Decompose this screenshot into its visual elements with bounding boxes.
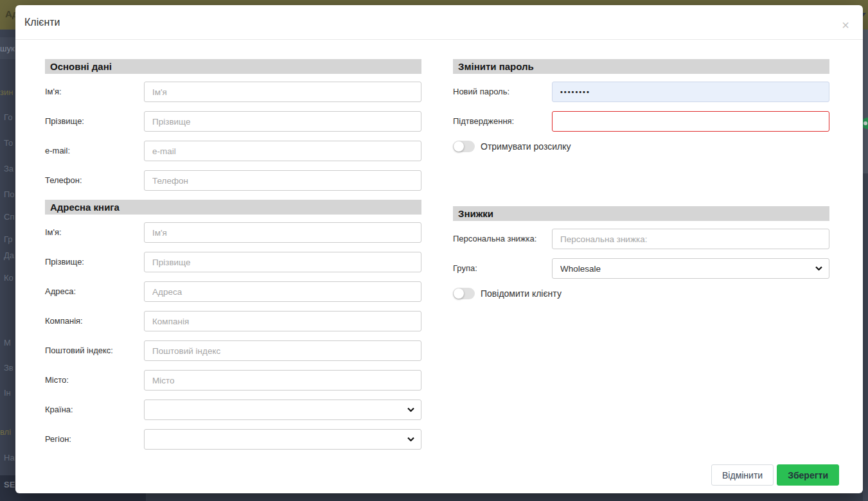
address-first-name-input[interactable] [144,222,421,243]
modal-footer: Відмінити Зберегти [711,464,839,486]
field-row: Новий пароль: [453,82,829,102]
field-row: Прізвище: [45,111,421,132]
first-name-input[interactable] [144,82,421,102]
newsletter-toggle-row: Отримувати розсилку [453,141,829,152]
field-label: Регіон: [45,434,144,444]
field-row: Підтвердження: [453,111,829,132]
sidebar-item-fragment: Ін [4,388,11,398]
modal-title: Клієнти [24,17,60,28]
field-row: Телефон: [45,170,421,191]
sidebar-item-fragment: Гр [4,234,13,244]
field-label: Адреса: [45,286,144,297]
field-row: Регіон: [45,429,421,450]
field-row: Персональна знижка: [453,229,829,249]
field-row: Компанія: [45,311,421,331]
phone-input[interactable] [144,170,421,191]
field-row: Прізвище: [45,252,421,272]
field-label: Підтвердження: [453,116,552,127]
sidebar-item-fragment: На [4,453,15,462]
notify-client-toggle[interactable] [453,288,475,299]
clients-modal: Клієнти × Основні дані Ім'я: Прізвище: e… [15,5,863,493]
field-label: Телефон: [45,175,144,186]
field-label: Новий пароль: [453,87,552,97]
background-right-panel-lower [863,173,868,501]
save-button[interactable]: Зберегти [777,464,839,486]
newsletter-toggle[interactable] [453,141,475,152]
section-header-basic: Основні дані [45,59,421,74]
sidebar-item-fragment: SE [4,480,15,489]
sidebar-item-fragment: Зв [4,363,13,373]
personal-discount-input[interactable] [552,229,829,249]
sidebar-item-fragment: Сп [4,212,14,222]
field-label: Ім'я: [45,227,144,238]
field-label: Персональна знижка: [453,234,552,244]
sidebar-item-fragment: шук [0,44,15,53]
field-row: Ім'я: [45,82,421,102]
section-header-discounts: Знижки [453,206,829,221]
address-last-name-input[interactable] [144,252,421,272]
password-confirmation-input[interactable] [552,111,829,132]
zip-input[interactable] [144,340,421,361]
close-icon[interactable]: × [842,19,849,31]
email-input[interactable] [144,141,421,161]
country-select[interactable] [144,400,421,420]
section-header-password: Змінити пароль [453,59,829,74]
section-header-address: Адресна книга [45,200,421,215]
field-row: Поштовий індекс: [45,340,421,361]
field-label: Прізвище: [45,257,144,267]
sidebar-item-fragment: Да [4,251,14,260]
region-select[interactable] [144,429,421,450]
field-label: Місто: [45,375,144,385]
field-label: Поштовий індекс: [45,346,144,356]
background-right-panel [863,30,868,173]
address-input[interactable] [144,281,421,302]
modal-body: Основні дані Ім'я: Прізвище: e-mail: Тел… [15,40,863,459]
notify-toggle-label: Повідомити клієнту [481,288,562,299]
sidebar-item-fragment: М [4,338,11,347]
newsletter-toggle-label: Отримувати розсилку [481,141,571,152]
field-row: e-mail: [45,141,421,161]
field-label: Країна: [45,405,144,415]
sidebar-item-fragment: По [4,189,15,199]
new-password-input[interactable] [552,82,829,102]
field-label: Ім'я: [45,87,144,97]
sidebar-item-fragment: Ко [4,273,13,283]
sidebar-item-fragment: За [4,164,13,173]
sidebar-item-fragment: То [4,138,13,148]
sidebar-item-fragment: влі [0,427,11,437]
left-column: Основні дані Ім'я: Прізвище: e-mail: Тел… [45,59,421,459]
field-label: Прізвище: [45,116,144,127]
city-input[interactable] [144,370,421,391]
sidebar-item-fragment: Го [4,112,12,122]
toggle-knob [454,141,464,152]
field-row: Країна: [45,400,421,420]
field-label: e-mail: [45,146,144,156]
field-row: Група: Wholesale [453,258,829,279]
field-row: Ім'я: [45,222,421,243]
last-name-input[interactable] [144,111,421,132]
field-row: Адреса: [45,281,421,302]
group-select[interactable]: Wholesale [552,258,829,279]
modal-header: Клієнти × [15,5,863,40]
field-row: Місто: [45,370,421,391]
notify-toggle-row: Повідомити клієнту [453,288,829,299]
toggle-knob [454,288,464,299]
cancel-button[interactable]: Відмінити [711,464,774,486]
sidebar-item-fragment: зин [0,87,13,97]
field-label: Група: [453,263,552,274]
company-input[interactable] [144,311,421,331]
right-column: Змінити пароль Новий пароль: Підтверджен… [453,59,829,459]
field-label: Компанія: [45,316,144,326]
